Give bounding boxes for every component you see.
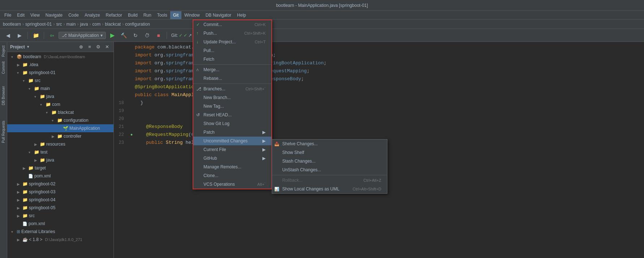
tree-jdk[interactable]: ▶ ☕ < 1.8 > D:\Java\jdk1.8.0_271 [7,236,113,244]
git-menu-uncommitted[interactable]: Uncommitted Changes ▶ [193,137,271,145]
breadcrumb-main[interactable]: main [66,22,76,27]
tree-idea[interactable]: ▶ 📁 .idea [7,61,113,69]
breadcrumb-com[interactable]: com [92,22,100,27]
git-menu-clone[interactable]: Clone... [193,171,271,180]
tree-bootlearn[interactable]: ▾ 📦 bootlearn D:\JavaLearn\bootlearn [7,53,113,61]
menu-file[interactable]: File [1,11,14,19]
tree-src2[interactable]: ▶ 📁 src [7,212,113,220]
git-menu-show-log[interactable]: Show Git Log [193,119,271,128]
menu-code[interactable]: Code [65,11,82,19]
git-menu-new-tag[interactable]: New Tag... [193,102,271,111]
xml-icon-pom1: 📄 [28,174,33,179]
menu-navigate[interactable]: Navigate [43,11,65,19]
tree-target[interactable]: ▶ 📁 target [7,164,113,172]
tree-mainapplication[interactable]: ▶ 🌱 MainApplication [7,124,113,132]
toolbar-forward-btn[interactable]: ▶ [14,30,25,40]
toolbar-sep-1 [27,32,28,39]
git-menu-fetch[interactable]: Fetch [193,55,271,64]
tree-label-main: main [40,86,50,91]
menu-git[interactable]: Git [170,11,181,19]
git-menu-commit-shortcut: Ctrl+K [254,22,266,27]
git-menu-current-file[interactable]: Current File ▶ [193,145,271,154]
menu-window[interactable]: Window [181,11,203,19]
tree-springboot01[interactable]: ▾ 📁 springboot-01 [7,69,113,77]
git-menu-github[interactable]: GitHub ▶ [193,154,271,163]
tree-controller[interactable]: ▶ 📁 controller [7,132,113,140]
toolbar-build-btn[interactable]: 🔨 [119,30,129,40]
git-menu-merge[interactable]: ⑃ Merge... [193,65,271,74]
toolbar-back-btn[interactable]: ◀ [3,30,13,40]
tree-test[interactable]: ▾ 📁 test [7,148,113,156]
tree-com[interactable]: ▾ 📁 com [7,100,113,108]
side-tab-project[interactable]: Project [1,43,6,59]
tree-pom1[interactable]: ▶ 📄 pom.xml [7,172,113,180]
tree-java2[interactable]: ▶ 📁 java [7,156,113,164]
submenu-stash-changes[interactable]: Stash Changes... [272,157,387,165]
jdk-icon: ☕ [22,237,28,242]
toolbar-stop-btn[interactable]: ■ [154,30,164,40]
submenu-show-uml[interactable]: 📊 Show Local Changes as UML Ctrl+Alt+Shi… [272,185,387,193]
menu-run[interactable]: Run [141,11,154,19]
menu-view[interactable]: View [27,11,43,19]
submenu-unstash-changes[interactable]: UnStash Changes... [272,165,387,174]
git-menu-rebase[interactable]: Rebase... [193,74,271,83]
side-tab-commit[interactable]: Commit [1,59,6,76]
menu-build[interactable]: Build [125,11,141,19]
tree-src[interactable]: ▾ 📁 src [7,77,113,85]
toolbar-git-pull-btn[interactable]: ⇦ [47,30,57,40]
breadcrumb-java[interactable]: java [80,22,88,27]
git-menu-commit[interactable]: ✓ Commit... Ctrl+K [193,20,271,29]
git-menu-reset-head[interactable]: ↺ Reset HEAD... [193,111,271,119]
side-tab-db-browser[interactable]: DB Browser [1,84,6,107]
breadcrumb-springboot01[interactable]: springboot-01 [25,22,52,27]
tree-ext-libs[interactable]: ▾ ⊞ External Libraries [7,228,113,236]
folder-icon-controller: 📁 [57,134,63,139]
git-menu-vcs-ops[interactable]: VCS Operations Alt+` [193,180,271,189]
git-menu-rebase-label: Rebase... [203,76,222,81]
menu-db-navigator[interactable]: DB Navigator [203,11,234,19]
tree-label-springboot01: springboot-01 [29,70,55,75]
tree-main[interactable]: ▾ 📁 main [7,85,113,93]
branch-selector[interactable]: ⎇ MainApplication ▾ [59,32,106,39]
tree-pom2[interactable]: ▶ 📄 pom.xml [7,220,113,228]
project-settings-btn[interactable]: ⚙ [95,43,102,51]
tree-springboot03[interactable]: ▶ 📁 springboot-03 [7,188,113,196]
toolbar-timer-btn[interactable]: ⏱ [142,30,152,40]
side-tab-pull-requests[interactable]: Pull Requests [1,119,6,145]
menu-tools[interactable]: Tools [154,11,170,19]
breadcrumb-configuration[interactable]: configuration [125,22,150,27]
folder-icon-test: 📁 [34,150,39,155]
git-menu-new-branch[interactable]: New Branch... [193,93,271,102]
tree-springboot05[interactable]: ▶ 📁 springboot-05 [7,204,113,212]
breadcrumb-src[interactable]: src [56,22,62,27]
tree-springboot04[interactable]: ▶ 📁 springboot-04 [7,196,113,204]
tree-java[interactable]: ▾ 📁 java [7,93,113,100]
submenu-show-shelf[interactable]: Show Shelf [272,148,387,157]
tree-resources[interactable]: ▶ 📁 resources [7,140,113,148]
git-menu-patch[interactable]: Patch ▶ [193,128,271,137]
tree-label-src2: src [29,213,35,218]
toolbar-project-btn[interactable]: 📁 [31,30,41,40]
git-menu-pull[interactable]: Pull... [193,46,271,55]
breadcrumb-blackcat[interactable]: blackcat [105,22,121,27]
git-menu-manage-remotes[interactable]: Manage Remotes... [193,163,271,171]
toolbar-refresh-btn[interactable]: ↻ [130,30,141,40]
menu-analyze[interactable]: Analyze [82,11,103,19]
menu-edit[interactable]: Edit [14,11,27,19]
lib-icon: ⊞ [17,229,20,234]
breadcrumb-bootlearn[interactable]: bootlearn [3,22,21,27]
toolbar-run-btn[interactable]: ▶ [107,30,117,40]
tree-configuration[interactable]: ▾ 📁 configuration [7,116,113,124]
git-menu-update[interactable]: ↓ Update Project... Ctrl+T [193,38,271,46]
git-menu-push[interactable]: ↑ Push... Ctrl+Shift+K [193,29,271,38]
tree-blackcat[interactable]: ▾ 📁 blackcat [7,108,113,116]
project-add-btn[interactable]: ⊕ [77,43,85,51]
project-collapse-btn[interactable]: ≡ [86,43,93,51]
project-close-btn[interactable]: ✕ [103,43,111,51]
submenu-shelve-changes[interactable]: 📥 Shelve Changes... [272,139,387,148]
tree-springboot02[interactable]: ▶ 📁 springboot-02 [7,180,113,188]
menu-help[interactable]: Help [234,11,249,19]
menu-refactor[interactable]: Refactor [103,11,125,19]
project-dropdown-arrow[interactable]: ▾ [27,44,29,49]
git-menu-branches[interactable]: ⎇ Branches... Ctrl+Shift+` [193,85,271,93]
